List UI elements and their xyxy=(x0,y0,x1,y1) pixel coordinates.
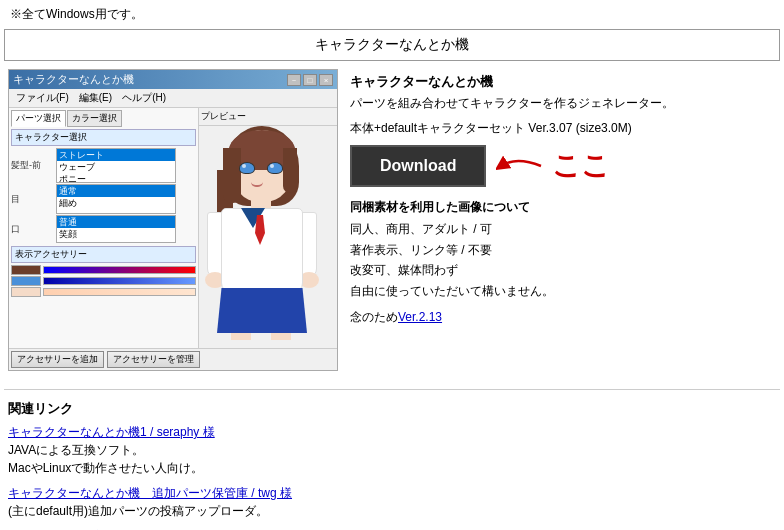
panel-row-eyes: 目 通常 細め xyxy=(11,184,196,214)
restore-button[interactable]: □ xyxy=(303,74,317,86)
top-note: ※全てWindows用です。 xyxy=(0,0,784,29)
color-swatch-skin[interactable] xyxy=(11,287,41,297)
panel-tabs: パーツ選択 カラー選択 xyxy=(11,110,196,127)
related-link-2[interactable]: キャラクターなんとか機 追加パーツ保管庫 / twg 様 xyxy=(8,486,292,500)
panel-row-hair: 髪型-前 ストレート ウェーブ ポニー xyxy=(11,148,196,183)
right-info-panel: キャラクターなんとか機 パーツを組み合わせてキャラクターを作るジェネレーター。 … xyxy=(350,69,776,371)
app-menubar: ファイル(F) 編集(E) ヘルプ(H) xyxy=(9,89,337,108)
version-line: 本体+defaultキャラクターセット Ver.3.07 (size3.0M) xyxy=(350,120,776,137)
color-swatch-hair[interactable] xyxy=(11,265,41,275)
listbox-item[interactable]: 笑顔 xyxy=(57,228,175,240)
listbox-eyes[interactable]: 通常 細め xyxy=(56,184,176,214)
screenshot-area: キャラクターなんとか機 － □ × ファイル(F) 編集(E) ヘルプ(H) xyxy=(8,69,338,371)
accessory-add-button[interactable]: アクセサリーを追加 xyxy=(11,351,104,368)
character-illustration xyxy=(203,130,333,340)
panel-row-mouth: 口 普通 笑顔 xyxy=(11,215,196,243)
old-version-link-container: 念のためVer.2.13 xyxy=(350,309,776,326)
page-title-bar: キャラクターなんとか機 xyxy=(4,29,780,61)
char-skirt xyxy=(217,288,307,333)
close-window-button[interactable]: × xyxy=(319,74,333,86)
panel-label-hair: 髪型-前 xyxy=(11,159,56,172)
listbox-hair[interactable]: ストレート ウェーブ ポニー xyxy=(56,148,176,183)
tab-parts[interactable]: カラー選択 xyxy=(67,110,122,127)
usage-title: 同梱素材を利用した画像について xyxy=(350,197,776,217)
usage-line-4: 自由に使っていただいて構いません。 xyxy=(350,281,776,301)
main-content: キャラクターなんとか機 － □ × ファイル(F) 編集(E) ヘルプ(H) xyxy=(0,61,784,379)
app-left-panel: パーツ選択 カラー選択 キャラクター選択 髪型-前 ストレート ウェーブ ポニー xyxy=(9,108,199,348)
color-bar-row xyxy=(11,287,196,297)
minimize-button[interactable]: － xyxy=(287,74,301,86)
panel-section-title: キャラクター選択 xyxy=(11,129,196,146)
related-link-1[interactable]: キャラクターなんとか機1 / seraphy 様 xyxy=(8,425,215,439)
panel-label-mouth: 口 xyxy=(11,223,56,236)
panel-label-eyes: 目 xyxy=(11,193,56,206)
related-link-desc-1a: JAVAによる互換ソフト。 xyxy=(8,442,776,459)
related-link-item-1: キャラクターなんとか機1 / seraphy 様 JAVAによる互換ソフト。 M… xyxy=(8,424,776,477)
arrow-icon xyxy=(496,151,546,181)
color-swatch-eyes[interactable] xyxy=(11,276,41,286)
old-version-link[interactable]: Ver.2.13 xyxy=(398,310,442,324)
listbox-mouth[interactable]: 普通 笑顔 xyxy=(56,215,176,243)
menu-help[interactable]: ヘルプ(H) xyxy=(117,90,171,106)
color-slider-eyes[interactable] xyxy=(43,277,196,285)
section-divider xyxy=(4,389,780,390)
usage-line-1: 同人、商用、アダルト / 可 xyxy=(350,219,776,239)
color-slider-hair[interactable] xyxy=(43,266,196,274)
page-title: キャラクターなんとか機 xyxy=(315,36,469,52)
app-description: パーツを組み合わせてキャラクターを作るジェネレーター。 xyxy=(350,95,776,112)
koko-annotation: ここ xyxy=(552,147,610,185)
listbox-item[interactable]: 通常 xyxy=(57,185,175,197)
download-section: Download ここ xyxy=(350,145,776,187)
color-slider-skin[interactable] xyxy=(43,288,196,296)
tab-color[interactable]: パーツ選択 xyxy=(11,110,66,127)
listbox-item[interactable]: ポニー xyxy=(57,173,175,183)
related-links-title: 関連リンク xyxy=(8,400,776,418)
arrow-annotation: ここ xyxy=(496,147,610,185)
color-bar-row xyxy=(11,276,196,286)
listbox-item[interactable]: 細め xyxy=(57,197,175,209)
preview-label: プレビュー xyxy=(199,108,337,126)
app-window-title: キャラクターなんとか機 xyxy=(13,72,134,87)
related-link-desc-1b: MacやLinuxで動作させたい人向け。 xyxy=(8,460,776,477)
app-name-heading: キャラクターなんとか機 xyxy=(350,73,776,91)
accessory-manage-button[interactable]: アクセサリーを管理 xyxy=(107,351,200,368)
char-eye-right xyxy=(267,162,283,174)
app-titlebar: キャラクターなんとか機 － □ × xyxy=(9,70,337,89)
related-links-section: 関連リンク キャラクターなんとか機1 / seraphy 様 JAVAによる互換… xyxy=(0,400,784,530)
app-preview: プレビュー xyxy=(199,108,337,348)
usage-info: 同梱素材を利用した画像について 同人、商用、アダルト / 可 著作表示、リンク等… xyxy=(350,197,776,301)
download-button[interactable]: Download xyxy=(350,145,486,187)
listbox-item[interactable]: ウェーブ xyxy=(57,161,175,173)
top-note-text: ※全てWindows用です。 xyxy=(10,7,143,21)
color-bar-row xyxy=(11,265,196,275)
listbox-item[interactable]: 普通 xyxy=(57,216,175,228)
app-titlebar-buttons: － □ × xyxy=(287,74,333,86)
usage-line-3: 改変可、媒体問わず xyxy=(350,260,776,280)
color-bars xyxy=(11,265,196,297)
usage-line-2: 著作表示、リンク等 / 不要 xyxy=(350,240,776,260)
app-window: キャラクターなんとか機 － □ × ファイル(F) 編集(E) ヘルプ(H) xyxy=(9,70,337,370)
menu-edit[interactable]: 編集(E) xyxy=(74,90,117,106)
app-body: パーツ選択 カラー選択 キャラクター選択 髪型-前 ストレート ウェーブ ポニー xyxy=(9,108,337,348)
related-link-desc-2: (主にdefault用)追加パーツの投稿アップローダ。 xyxy=(8,503,776,520)
related-link-item-2: キャラクターなんとか機 追加パーツ保管庫 / twg 様 (主にdefault用… xyxy=(8,485,776,520)
menu-file[interactable]: ファイル(F) xyxy=(11,90,74,106)
char-eyes xyxy=(235,162,287,174)
char-eye-left xyxy=(239,162,255,174)
panel-color-section: 表示アクセサリー xyxy=(11,246,196,263)
listbox-item[interactable]: ストレート xyxy=(57,149,175,161)
char-hair-side-left xyxy=(223,148,241,203)
app-bottom-bar: アクセサリーを追加 アクセサリーを管理 xyxy=(9,348,337,370)
